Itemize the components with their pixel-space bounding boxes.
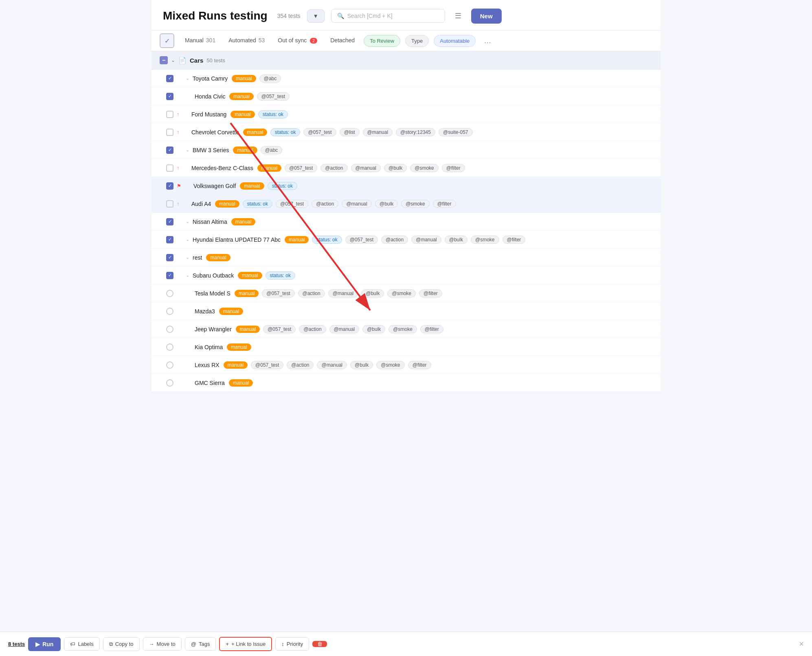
tag-manual: manual <box>243 129 267 136</box>
tab-pill-automatable[interactable]: Automatable <box>434 35 476 47</box>
tags-row: manual@057_test@action@manual@bulk@smoke… <box>257 164 652 172</box>
tag-extra: @smoke <box>388 325 417 333</box>
settings-button[interactable]: ☰ <box>452 8 465 24</box>
tag-extra: @smoke <box>471 236 499 244</box>
row-checkbox[interactable] <box>166 343 173 351</box>
tab-detached[interactable]: Detached <box>325 31 360 51</box>
row-checkbox[interactable] <box>166 111 173 118</box>
tag-extra: @manual <box>363 128 393 136</box>
row-checkbox[interactable] <box>166 290 173 297</box>
tag-extra: @filter <box>408 361 431 369</box>
tag-extra: @bulk <box>384 164 407 172</box>
row-checkbox[interactable]: ✓ <box>166 272 173 279</box>
tag-manual: manual <box>233 147 257 154</box>
tag-status-ok: status: ok <box>270 128 300 136</box>
tag-extra: @action <box>298 289 325 297</box>
row-checkbox[interactable] <box>166 379 173 387</box>
tag-manual: manual <box>232 75 256 82</box>
tag-manual: manual <box>229 93 253 100</box>
tab-out-of-sync[interactable]: Out of sync 2 <box>272 31 323 51</box>
row-chevron-icon[interactable]: ⌄ <box>186 273 189 278</box>
group-chevron-icon[interactable]: ⌄ <box>171 57 175 63</box>
tag-extra: @suite-057 <box>439 128 473 136</box>
test-name: Toyota Camry <box>193 75 228 82</box>
new-button[interactable]: New <box>471 9 502 24</box>
tag-extra: @list <box>340 128 360 136</box>
row-checkbox[interactable] <box>166 308 173 315</box>
row-chevron-icon[interactable]: ⌄ <box>186 255 189 260</box>
tag-manual: manual <box>235 290 259 297</box>
content: − ⌄ 📄 Cars 50 tests ✓ ⌄ Toyota Camry man… <box>151 51 661 392</box>
tag-extra: @bulk <box>375 200 398 208</box>
row-checkbox[interactable]: ✓ <box>166 93 173 100</box>
tag-extra: @smoke <box>410 164 439 172</box>
header: Mixed Runs testing 354 tests ▼ 🔍 Search … <box>151 0 661 31</box>
tag-extra: @filter <box>503 236 526 244</box>
row-checkbox[interactable] <box>166 326 173 333</box>
row-chevron-icon[interactable]: ⌄ <box>186 237 189 242</box>
tag-extra: @057_test <box>276 200 308 208</box>
table-row: ✓ ⌄ Subaru Outback manualstatus: ok <box>151 267 661 284</box>
row-chevron-icon[interactable]: ⌄ <box>186 219 189 224</box>
tag-extra: @action <box>299 325 326 333</box>
table-row: ✓ ⌄ Hyundai Elantra UPDATED 77 Abc manua… <box>151 231 661 249</box>
tag-extra: @smoke <box>376 361 405 369</box>
row-checkbox[interactable] <box>166 200 173 208</box>
tag-manual: manual <box>230 111 255 118</box>
tab-checkbox[interactable]: ✓ <box>160 33 174 48</box>
tag-manual: manual <box>240 182 264 190</box>
tags-row: manualstatus: ok <box>237 271 652 280</box>
tag-extra: @filter <box>419 289 442 297</box>
tag-extra: @manual <box>411 236 441 244</box>
search-bar[interactable]: 🔍 Search [Cmd + K] <box>331 9 445 23</box>
tags-row: manual <box>230 218 652 225</box>
tags-row: manualstatus: ok@057_test@action@manual@… <box>214 200 652 208</box>
tab-automated[interactable]: Automated 53 <box>223 31 270 51</box>
row-checkbox[interactable]: ✓ <box>166 75 173 82</box>
table-row: ✓ Honda Civic manual@057_test <box>151 87 661 105</box>
tags-row: manual <box>226 343 652 351</box>
page-title: Mixed Runs testing <box>163 9 268 22</box>
table-row: ✓ ⌄ Toyota Camry manual@abc <box>151 70 661 87</box>
test-name: Mercedes-Benz C-Class <box>191 165 253 171</box>
group-header: − ⌄ 📄 Cars 50 tests <box>151 51 661 70</box>
tag-extra: @bulk <box>362 325 385 333</box>
table-row: ↑ Audi A4 manualstatus: ok@057_test@acti… <box>151 195 661 213</box>
table-row: ✓ ⌄ Nissan Altima manual <box>151 213 661 231</box>
tag-extra: @manual <box>342 200 372 208</box>
row-checkbox[interactable]: ✓ <box>166 218 173 225</box>
row-checkbox[interactable]: ✓ <box>166 147 173 154</box>
row-checkbox[interactable]: ✓ <box>166 254 173 261</box>
table-row: Tesla Model S manual@057_test@action@man… <box>151 284 661 302</box>
tag-extra: @manual <box>317 361 347 369</box>
table-row: GMC Sierra manual <box>151 374 661 392</box>
test-name: Kia Optima <box>195 344 223 350</box>
row-checkbox[interactable]: ✓ <box>166 236 173 243</box>
test-name: Chevrolet Corvette <box>191 129 239 136</box>
tags-row: manual@abc <box>231 74 652 83</box>
tags-row: manual <box>228 379 652 387</box>
tab-manual[interactable]: Manual 301 <box>179 31 221 51</box>
group-collapse-button[interactable]: − <box>160 56 168 64</box>
filter-button[interactable]: ▼ <box>307 9 325 23</box>
test-name: Tesla Model S <box>195 290 230 297</box>
filter-icon: ▼ <box>313 13 318 19</box>
row-checkbox[interactable] <box>166 129 173 136</box>
row-chevron-icon[interactable]: ⌄ <box>186 76 189 81</box>
row-checkbox[interactable] <box>166 164 173 172</box>
row-checkbox[interactable] <box>166 361 173 369</box>
tag-extra: @057_test <box>303 128 336 136</box>
table-row: ✓ ⌄ BMW 3 Series manual@abc <box>151 141 661 159</box>
test-name: BMW 3 Series <box>193 147 229 153</box>
tag-extra: @manual <box>351 164 381 172</box>
test-name: rest <box>193 254 202 261</box>
tab-more-button[interactable]: … <box>479 33 496 48</box>
priority-flag-icon: ⚑ <box>177 183 181 189</box>
tab-pill-type[interactable]: Type <box>405 35 429 47</box>
tab-pill-to-review[interactable]: To Review <box>364 35 400 47</box>
row-chevron-icon[interactable]: ⌄ <box>186 147 189 153</box>
test-name: Lexus RX <box>195 362 219 368</box>
tag-extra: @057_test <box>251 361 283 369</box>
tag-extra: @filter <box>420 325 443 333</box>
row-checkbox[interactable]: ✓ <box>166 182 173 190</box>
